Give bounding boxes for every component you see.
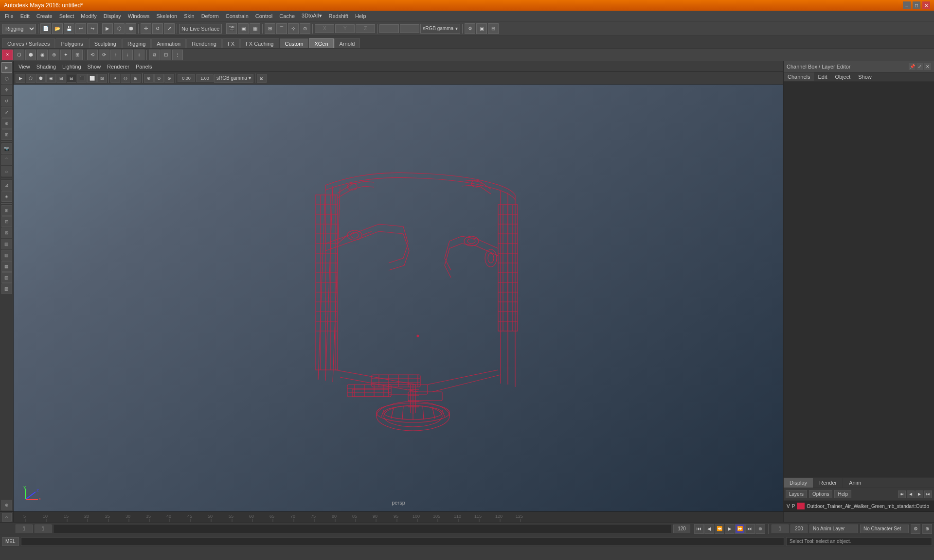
select-btn[interactable]: ▶ <box>102 23 113 34</box>
menu-constrain[interactable]: Constrain <box>223 12 251 20</box>
anim-layer-tab[interactable]: Anim <box>843 478 867 488</box>
tab-rendering[interactable]: Rendering <box>186 38 222 48</box>
vp-snap2-btn[interactable]: ⊙ <box>154 74 164 83</box>
scale-tool-btn[interactable]: ⤢ <box>1 107 12 118</box>
new-scene-btn[interactable]: 📄 <box>40 23 51 34</box>
vp-shade-btn[interactable]: ⬛ <box>77 74 87 83</box>
character-set-selector[interactable]: No Character Set <box>860 525 909 533</box>
anim-layer-selector[interactable]: No Anim Layer <box>809 525 858 533</box>
sub-btn-4[interactable]: ◉ <box>37 50 48 60</box>
curve-cv-btn[interactable]: ⌒ <box>1 155 12 165</box>
vp-smooth-btn[interactable]: ⬜ <box>87 74 97 83</box>
menu-cache[interactable]: Cache <box>276 12 298 20</box>
gamma-selector[interactable]: sRGB gamma ▾ <box>420 24 460 34</box>
menu-skin[interactable]: Skin <box>181 12 197 20</box>
options-option[interactable]: Options <box>809 490 832 498</box>
auto-key-btn[interactable]: ⏺ <box>755 524 765 534</box>
render-layer-tab[interactable]: Render <box>813 478 843 488</box>
menu-redshift[interactable]: Redshift <box>326 12 351 20</box>
camera-tool-btn[interactable]: 📷 <box>1 143 12 154</box>
vp-menu-view[interactable]: View <box>16 63 33 70</box>
menu-windows[interactable]: Windows <box>125 12 153 20</box>
vp-menu-panels[interactable]: Panels <box>133 63 155 70</box>
lasso-btn[interactable]: ⬡ <box>114 23 125 34</box>
display-set7-btn[interactable]: ▧ <box>1 272 12 283</box>
tab-rigging[interactable]: Rigging <box>122 38 151 48</box>
display-set5-btn[interactable]: ▥ <box>1 250 12 261</box>
sub-btn-6[interactable]: ✦ <box>60 50 71 60</box>
vp-camera-btn[interactable]: ⬡ <box>26 74 36 83</box>
maximize-button[interactable]: □ <box>913 1 920 9</box>
vp-gamma-btn[interactable]: sRGB gamma ▾ <box>214 74 253 83</box>
move-btn[interactable]: ✛ <box>141 23 151 34</box>
val2-input[interactable]: 1.00 <box>400 24 419 33</box>
channel-box-close-btn[interactable]: ✕ <box>924 63 931 70</box>
channels-tab[interactable]: Channels <box>784 72 814 81</box>
module-selector[interactable]: Rigging <box>2 24 36 34</box>
channel-box-toggle-btn[interactable]: ▣ <box>476 23 487 34</box>
layers-option[interactable]: Layers <box>786 490 807 498</box>
settings-btn[interactable]: ⚙ <box>465 23 475 34</box>
display-set4-btn[interactable]: ▤ <box>1 239 12 249</box>
sculpt-btn[interactable]: ⊿ <box>1 180 12 191</box>
menu-display[interactable]: Display <box>101 12 124 20</box>
range-start2-input[interactable] <box>772 525 789 533</box>
undo-btn[interactable]: ↩ <box>75 23 86 34</box>
tab-arnold[interactable]: Arnold <box>334 38 360 48</box>
timeline-ruler[interactable]: 5 10 15 20 25 30 35 40 45 50 55 60 65 70… <box>14 512 783 522</box>
curve-ep-btn[interactable]: ⌓ <box>1 166 12 176</box>
layer-prev-btn[interactable]: ⏮ <box>898 490 906 498</box>
sub-btn-5[interactable]: ⊕ <box>49 50 59 60</box>
val1-input[interactable]: 0.00 <box>379 24 399 33</box>
menu-file[interactable]: File <box>2 12 17 20</box>
vp-menu-renderer[interactable]: Renderer <box>104 63 132 70</box>
sub-btn-11[interactable]: ↓ <box>122 50 133 60</box>
select-tool-btn[interactable]: ▶ <box>1 62 12 73</box>
sub-btn-13[interactable]: ⧉ <box>149 50 160 60</box>
tab-xgen[interactable]: XGen <box>309 38 333 48</box>
sub-btn-14[interactable]: ⊡ <box>161 50 171 60</box>
display-set8-btn[interactable]: ▨ <box>1 283 12 294</box>
vp-snap1-btn[interactable]: ⊕ <box>144 74 154 83</box>
snap-curve-btn[interactable]: ⌒ <box>276 23 287 34</box>
vp-overlay-btn[interactable]: ⊞ <box>56 74 66 83</box>
sub-btn-10[interactable]: ↑ <box>110 50 121 60</box>
layer-prev2-btn[interactable]: ◀ <box>907 490 915 498</box>
sub-btn-12[interactable]: ↕ <box>134 50 144 60</box>
tab-fx-caching[interactable]: FX Caching <box>240 38 279 48</box>
layer-editor-btn[interactable]: ⊟ <box>488 23 499 34</box>
sub-btn-1[interactable]: ✕ <box>2 50 13 60</box>
sub-btn-2[interactable]: ⬡ <box>14 50 24 60</box>
command-input[interactable] <box>23 539 782 544</box>
menu-3dtoall[interactable]: 3DtoAll▾ <box>299 12 324 20</box>
snap-point-btn[interactable]: ⊹ <box>288 23 299 34</box>
vp-hud-btn[interactable]: ⊠ <box>257 74 267 83</box>
vp-val1[interactable] <box>178 74 195 82</box>
y-input[interactable] <box>335 24 355 33</box>
menu-control[interactable]: Control <box>252 12 275 20</box>
universal-tool-btn[interactable]: ⊕ <box>1 118 12 129</box>
edit-tab[interactable]: Edit <box>814 72 831 81</box>
redo-btn[interactable]: ↪ <box>87 23 98 34</box>
vp-view-btn[interactable]: ◉ <box>46 74 56 83</box>
go-start-btn[interactable]: ⏮ <box>694 524 704 534</box>
play-fwd-btn[interactable]: ▶ <box>725 524 735 534</box>
go-end-btn[interactable]: ⏭ <box>745 524 755 534</box>
x-input[interactable] <box>315 24 334 33</box>
timeline-home-btn[interactable]: ⌂ <box>2 513 12 522</box>
sub-btn-9[interactable]: ⟳ <box>99 50 109 60</box>
layer-next-btn[interactable]: ▶ <box>916 490 923 498</box>
bottom-tool-btn[interactable]: ⊕ <box>1 500 12 510</box>
paint-btn[interactable]: ⬢ <box>126 23 136 34</box>
range-current-input[interactable] <box>35 525 52 533</box>
menu-help[interactable]: Help <box>352 12 369 20</box>
menu-select[interactable]: Select <box>56 12 77 20</box>
snap-grid-btn[interactable]: ⊞ <box>265 23 275 34</box>
step-back-btn[interactable]: ◀ <box>704 524 714 534</box>
vp-menu-show[interactable]: Show <box>85 63 104 70</box>
help-option[interactable]: Help <box>834 490 851 498</box>
rotate-btn[interactable]: ↺ <box>152 23 163 34</box>
render-btn[interactable]: 🎬 <box>226 23 237 34</box>
menu-skeleton[interactable]: Skeleton <box>153 12 180 20</box>
vp-render-btn[interactable]: ⬢ <box>36 74 46 83</box>
